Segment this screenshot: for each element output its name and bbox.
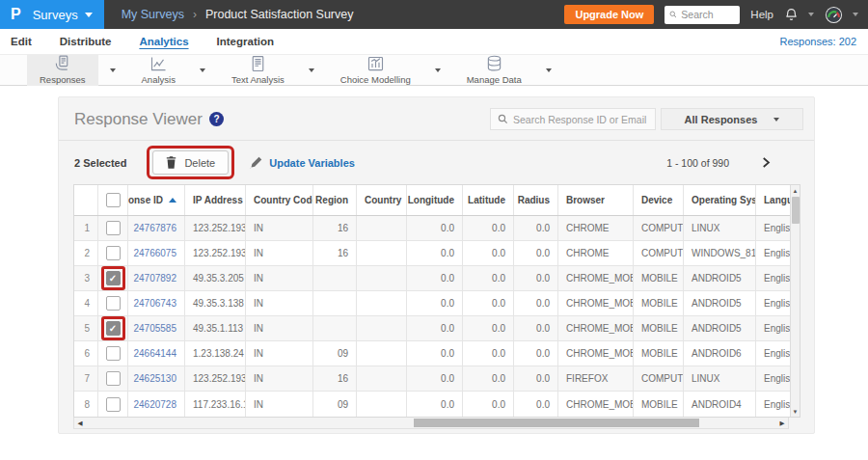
cell-device: COMPUTER xyxy=(634,216,684,240)
toolbar-tab-manage-data[interactable]: Manage Data xyxy=(454,55,534,86)
cell-device: MOBILE xyxy=(634,392,684,417)
response-filter-dropdown[interactable]: All Responses xyxy=(661,108,803,130)
search-icon xyxy=(498,114,508,124)
top-bar: P Surveys My Surveys › Product Satisfact… xyxy=(0,0,868,29)
toolbar-tab-caret[interactable] xyxy=(309,68,314,72)
scroll-left-arrow[interactable]: ◀ xyxy=(74,419,86,427)
toolbar-tab-caret[interactable] xyxy=(110,68,116,72)
update-variables-button[interactable]: Update Variables xyxy=(250,156,355,169)
row-checkbox[interactable]: ✓ xyxy=(106,321,121,336)
cell-country xyxy=(357,366,407,391)
response-search-input[interactable] xyxy=(513,114,648,125)
column-header-country[interactable]: Country xyxy=(357,185,407,215)
cell-ip: 49.35.3.138 xyxy=(185,291,246,315)
horizontal-scroll-thumb[interactable] xyxy=(414,419,699,427)
column-header-longitude[interactable]: Longitude xyxy=(407,185,463,215)
table-row: 224766075123.252.193.148IN160.00.00.0CHR… xyxy=(74,241,790,266)
row-checkbox[interactable] xyxy=(106,346,121,361)
row-checkbox[interactable] xyxy=(106,246,121,260)
response-search-box[interactable] xyxy=(490,108,656,130)
help-link[interactable]: Help xyxy=(750,9,773,20)
cell-country xyxy=(357,291,407,315)
vertical-scroll-thumb[interactable] xyxy=(792,197,800,224)
response-id-link[interactable]: 24707892 xyxy=(134,273,177,284)
cell-os: LINUX xyxy=(684,216,756,240)
app-logo-block[interactable]: P Surveys xyxy=(0,0,104,29)
response-id-link[interactable]: 24620728 xyxy=(134,399,177,410)
row-checkbox[interactable] xyxy=(106,371,121,386)
scroll-down-arrow[interactable]: ▼ xyxy=(793,406,799,417)
response-id-link[interactable]: 24706743 xyxy=(134,298,177,309)
scroll-right-arrow[interactable]: ▶ xyxy=(776,419,788,427)
response-id-link[interactable]: 24766075 xyxy=(134,248,177,258)
cell-ip: 123.252.193.148 xyxy=(185,241,246,265)
row-checkbox[interactable] xyxy=(106,221,121,235)
cell-longitude: 0.0 xyxy=(407,216,463,240)
global-search-input[interactable] xyxy=(681,9,735,20)
horizontal-scrollbar[interactable]: ◀ ▶ xyxy=(73,418,789,429)
response-id-link[interactable]: 24625130 xyxy=(134,373,177,384)
cell-browser: FIREFOX xyxy=(558,366,634,391)
column-header-device[interactable]: Device xyxy=(634,185,684,215)
cell-response-id: 24706743 xyxy=(128,291,185,315)
cell-region: 16 xyxy=(313,216,357,240)
select-all-checkbox[interactable] xyxy=(106,193,121,207)
toolbar-tab-text-analysis[interactable]: Text Analysis xyxy=(219,55,297,86)
cell-device: COMPUTER xyxy=(634,366,684,391)
table-row: 824620728117.233.16.177IN090.00.00.0CHRO… xyxy=(74,392,790,417)
global-search-box[interactable] xyxy=(665,6,740,24)
column-header-label: Radius xyxy=(518,195,550,205)
column-header-ip-address[interactable]: IP Address xyxy=(185,185,246,215)
delete-button[interactable]: Delete xyxy=(152,150,229,175)
cell-checkbox xyxy=(98,291,128,315)
nav-item-integration[interactable]: Integration xyxy=(217,36,274,47)
response-id-link[interactable]: 24664144 xyxy=(134,348,177,359)
toolbar-tab-caret[interactable] xyxy=(546,68,552,72)
toolbar-tab-caret[interactable] xyxy=(435,68,441,72)
search-icon xyxy=(669,10,677,19)
manage-data-icon xyxy=(484,54,504,74)
column-header-label: Country Code xyxy=(254,195,313,205)
cell-device: MOBILE xyxy=(634,291,684,315)
surveys-menu-label: Surveys xyxy=(33,8,78,22)
row-checkbox[interactable]: ✓ xyxy=(106,271,121,285)
surveys-menu[interactable]: Surveys xyxy=(33,8,93,22)
toolbar-tab-responses[interactable]: Responses xyxy=(27,55,98,86)
row-checkbox[interactable] xyxy=(106,296,121,311)
toolbar-tab-analysis[interactable]: Analysis xyxy=(129,55,188,86)
cell-browser: CHROME_MOBILE xyxy=(558,316,634,340)
notifications-menu[interactable] xyxy=(784,7,814,22)
panel-title: Response Viewer xyxy=(74,110,203,129)
help-icon[interactable]: ? xyxy=(209,112,224,126)
column-header-radius[interactable]: Radius xyxy=(514,185,558,215)
pencil-icon xyxy=(250,156,262,169)
cell-os: ANDROID6 xyxy=(684,341,756,365)
column-header-region[interactable]: Region xyxy=(313,185,357,215)
toolbar-tab-caret[interactable] xyxy=(200,68,205,72)
scroll-up-arrow[interactable]: ▲ xyxy=(793,185,799,196)
upgrade-now-button[interactable]: Upgrade Now xyxy=(564,5,654,24)
column-header-response-id[interactable]: Response ID xyxy=(128,185,185,215)
toolbar-tab-choice-modelling[interactable]: Choice Modelling xyxy=(328,55,423,86)
next-page-button[interactable] xyxy=(760,156,772,169)
account-menu[interactable] xyxy=(825,6,858,24)
response-id-link[interactable]: 24705585 xyxy=(134,323,177,334)
column-header-country-code[interactable]: Country Code xyxy=(246,185,313,215)
column-header-language[interactable]: Language xyxy=(756,185,790,215)
nav-item-distribute[interactable]: Distribute xyxy=(60,36,112,47)
column-header-browser[interactable]: Browser xyxy=(558,185,634,215)
row-checkbox[interactable] xyxy=(106,397,121,412)
cell-country xyxy=(357,216,407,240)
cell-browser: CHROME_MOBILE xyxy=(558,291,634,315)
column-header-operating-system[interactable]: Operating System xyxy=(684,185,756,215)
cell-country-code: IN xyxy=(246,241,313,265)
cell-radius: 0.0 xyxy=(514,341,558,365)
vertical-scrollbar[interactable]: ▲ ▼ xyxy=(790,185,800,417)
chevron-down-icon xyxy=(85,13,93,17)
response-id-link[interactable]: 24767876 xyxy=(134,223,177,233)
column-header-latitude[interactable]: Latitude xyxy=(463,185,514,215)
nav-item-edit[interactable]: Edit xyxy=(11,36,32,47)
breadcrumb-my-surveys[interactable]: My Surveys xyxy=(122,8,184,21)
row-number: 7 xyxy=(74,366,98,391)
nav-item-analytics[interactable]: Analytics xyxy=(139,36,188,47)
